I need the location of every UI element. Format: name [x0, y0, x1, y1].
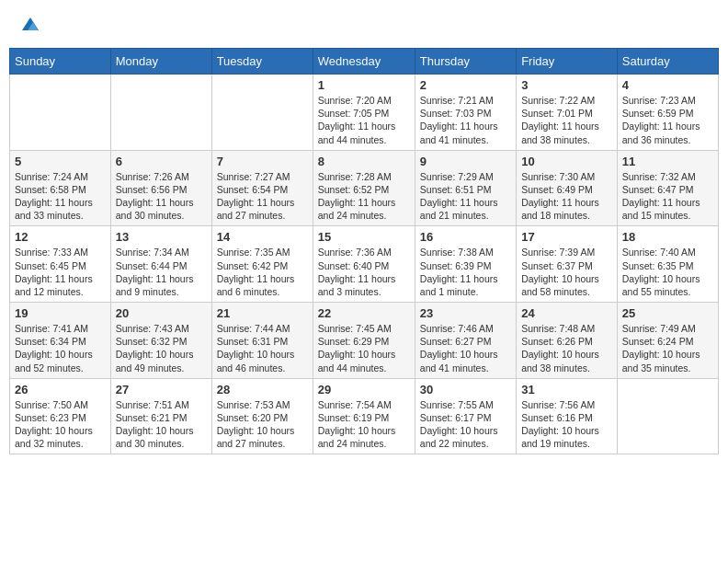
- calendar-cell: 28Sunrise: 7:53 AM Sunset: 6:20 PM Dayli…: [211, 378, 313, 454]
- calendar-cell: 20Sunrise: 7:43 AM Sunset: 6:32 PM Dayli…: [110, 303, 211, 379]
- calendar-cell: 1Sunrise: 7:20 AM Sunset: 7:05 PM Daylig…: [313, 75, 415, 151]
- day-number: 13: [116, 230, 207, 244]
- calendar-cell: 18Sunrise: 7:40 AM Sunset: 6:35 PM Dayli…: [617, 226, 718, 303]
- day-number: 3: [521, 78, 612, 92]
- day-number: 31: [521, 383, 612, 396]
- calendar-cell: 17Sunrise: 7:39 AM Sunset: 6:37 PM Dayli…: [517, 226, 618, 303]
- calendar-cell: 27Sunrise: 7:51 AM Sunset: 6:21 PM Dayli…: [110, 378, 211, 454]
- day-info: Sunrise: 7:21 AM Sunset: 7:03 PM Dayligh…: [420, 94, 511, 146]
- calendar-cell: 11Sunrise: 7:32 AM Sunset: 6:47 PM Dayli…: [617, 150, 718, 226]
- day-info: Sunrise: 7:26 AM Sunset: 6:56 PM Dayligh…: [116, 170, 207, 223]
- day-info: Sunrise: 7:32 AM Sunset: 6:47 PM Dayligh…: [622, 170, 713, 223]
- day-number: 28: [217, 383, 308, 396]
- calendar-cell: 2Sunrise: 7:21 AM Sunset: 7:03 PM Daylig…: [415, 75, 516, 151]
- day-number: 7: [217, 155, 308, 168]
- day-number: 1: [318, 78, 410, 92]
- day-number: 30: [420, 383, 511, 396]
- day-info: Sunrise: 7:41 AM Sunset: 6:34 PM Dayligh…: [15, 322, 106, 374]
- day-number: 16: [420, 230, 511, 244]
- day-number: 15: [318, 230, 410, 244]
- calendar-cell: 26Sunrise: 7:50 AM Sunset: 6:23 PM Dayli…: [10, 378, 111, 454]
- day-info: Sunrise: 7:50 AM Sunset: 6:23 PM Dayligh…: [15, 398, 106, 451]
- day-number: 8: [318, 155, 410, 168]
- calendar-cell: 15Sunrise: 7:36 AM Sunset: 6:40 PM Dayli…: [313, 226, 415, 303]
- day-info: Sunrise: 7:39 AM Sunset: 6:37 PM Dayligh…: [521, 246, 612, 298]
- day-header-saturday: Saturday: [617, 49, 718, 75]
- day-number: 27: [116, 383, 207, 396]
- calendar-cell: 13Sunrise: 7:34 AM Sunset: 6:44 PM Dayli…: [110, 226, 211, 303]
- day-info: Sunrise: 7:22 AM Sunset: 7:01 PM Dayligh…: [521, 94, 612, 146]
- day-info: Sunrise: 7:54 AM Sunset: 6:19 PM Dayligh…: [318, 398, 410, 451]
- week-row-4: 19Sunrise: 7:41 AM Sunset: 6:34 PM Dayli…: [10, 303, 719, 379]
- day-number: 23: [420, 306, 511, 320]
- days-header-row: SundayMondayTuesdayWednesdayThursdayFrid…: [10, 49, 719, 75]
- day-number: 26: [15, 383, 106, 396]
- calendar-cell: 25Sunrise: 7:49 AM Sunset: 6:24 PM Dayli…: [617, 303, 718, 379]
- logo: [18, 14, 40, 34]
- calendar-cell: 24Sunrise: 7:48 AM Sunset: 6:26 PM Dayli…: [517, 303, 618, 379]
- day-info: Sunrise: 7:24 AM Sunset: 6:58 PM Dayligh…: [15, 170, 106, 223]
- week-row-2: 5Sunrise: 7:24 AM Sunset: 6:58 PM Daylig…: [10, 150, 719, 226]
- day-number: 4: [622, 78, 713, 92]
- calendar-cell: 8Sunrise: 7:28 AM Sunset: 6:52 PM Daylig…: [313, 150, 415, 226]
- calendar-cell: 31Sunrise: 7:56 AM Sunset: 6:16 PM Dayli…: [517, 378, 618, 454]
- calendar-cell: 22Sunrise: 7:45 AM Sunset: 6:29 PM Dayli…: [313, 303, 415, 379]
- day-info: Sunrise: 7:33 AM Sunset: 6:45 PM Dayligh…: [15, 246, 106, 298]
- calendar-cell: 5Sunrise: 7:24 AM Sunset: 6:58 PM Daylig…: [10, 150, 111, 226]
- calendar-cell: 7Sunrise: 7:27 AM Sunset: 6:54 PM Daylig…: [211, 150, 313, 226]
- calendar-cell: 16Sunrise: 7:38 AM Sunset: 6:39 PM Dayli…: [415, 226, 516, 303]
- calendar-cell: 3Sunrise: 7:22 AM Sunset: 7:01 PM Daylig…: [517, 75, 618, 151]
- day-info: Sunrise: 7:44 AM Sunset: 6:31 PM Dayligh…: [217, 322, 308, 374]
- calendar-cell: 12Sunrise: 7:33 AM Sunset: 6:45 PM Dayli…: [10, 226, 111, 303]
- day-info: Sunrise: 7:38 AM Sunset: 6:39 PM Dayligh…: [420, 246, 511, 298]
- day-info: Sunrise: 7:29 AM Sunset: 6:51 PM Dayligh…: [420, 170, 511, 223]
- day-header-monday: Monday: [110, 49, 211, 75]
- calendar-cell: [211, 75, 313, 151]
- day-header-tuesday: Tuesday: [211, 49, 313, 75]
- day-info: Sunrise: 7:45 AM Sunset: 6:29 PM Dayligh…: [318, 322, 410, 374]
- day-info: Sunrise: 7:48 AM Sunset: 6:26 PM Dayligh…: [521, 322, 612, 374]
- day-number: 10: [521, 155, 612, 168]
- day-header-thursday: Thursday: [415, 49, 516, 75]
- day-number: 17: [521, 230, 612, 244]
- calendar-cell: [10, 75, 111, 151]
- logo-icon: [20, 14, 40, 34]
- day-info: Sunrise: 7:34 AM Sunset: 6:44 PM Dayligh…: [116, 246, 207, 298]
- calendar-cell: 19Sunrise: 7:41 AM Sunset: 6:34 PM Dayli…: [10, 303, 111, 379]
- calendar-cell: [110, 75, 211, 151]
- day-number: 2: [420, 78, 511, 92]
- calendar-cell: 9Sunrise: 7:29 AM Sunset: 6:51 PM Daylig…: [415, 150, 516, 226]
- day-info: Sunrise: 7:36 AM Sunset: 6:40 PM Dayligh…: [318, 246, 410, 298]
- day-number: 11: [622, 155, 713, 168]
- calendar-cell: 6Sunrise: 7:26 AM Sunset: 6:56 PM Daylig…: [110, 150, 211, 226]
- calendar-cell: 23Sunrise: 7:46 AM Sunset: 6:27 PM Dayli…: [415, 303, 516, 379]
- day-number: 22: [318, 306, 410, 320]
- day-info: Sunrise: 7:55 AM Sunset: 6:17 PM Dayligh…: [420, 398, 511, 451]
- calendar-table: SundayMondayTuesdayWednesdayThursdayFrid…: [9, 48, 719, 454]
- day-number: 19: [15, 306, 106, 320]
- day-info: Sunrise: 7:20 AM Sunset: 7:05 PM Dayligh…: [318, 94, 410, 146]
- day-number: 21: [217, 306, 308, 320]
- week-row-5: 26Sunrise: 7:50 AM Sunset: 6:23 PM Dayli…: [10, 378, 719, 454]
- calendar-cell: 4Sunrise: 7:23 AM Sunset: 6:59 PM Daylig…: [617, 75, 718, 151]
- day-info: Sunrise: 7:30 AM Sunset: 6:49 PM Dayligh…: [521, 170, 612, 223]
- day-number: 9: [420, 155, 511, 168]
- day-info: Sunrise: 7:40 AM Sunset: 6:35 PM Dayligh…: [622, 246, 713, 298]
- calendar-cell: 10Sunrise: 7:30 AM Sunset: 6:49 PM Dayli…: [517, 150, 618, 226]
- day-info: Sunrise: 7:27 AM Sunset: 6:54 PM Dayligh…: [217, 170, 308, 223]
- day-info: Sunrise: 7:56 AM Sunset: 6:16 PM Dayligh…: [521, 398, 612, 451]
- day-info: Sunrise: 7:28 AM Sunset: 6:52 PM Dayligh…: [318, 170, 410, 223]
- calendar-cell: 14Sunrise: 7:35 AM Sunset: 6:42 PM Dayli…: [211, 226, 313, 303]
- day-info: Sunrise: 7:49 AM Sunset: 6:24 PM Dayligh…: [622, 322, 713, 374]
- day-number: 18: [622, 230, 713, 244]
- calendar-cell: 30Sunrise: 7:55 AM Sunset: 6:17 PM Dayli…: [415, 378, 516, 454]
- day-header-sunday: Sunday: [10, 49, 111, 75]
- day-info: Sunrise: 7:51 AM Sunset: 6:21 PM Dayligh…: [116, 398, 207, 451]
- day-number: 25: [622, 306, 713, 320]
- calendar-cell: 21Sunrise: 7:44 AM Sunset: 6:31 PM Dayli…: [211, 303, 313, 379]
- week-row-1: 1Sunrise: 7:20 AM Sunset: 7:05 PM Daylig…: [10, 75, 719, 151]
- page-header: [9, 9, 719, 39]
- day-number: 29: [318, 383, 410, 396]
- day-number: 20: [116, 306, 207, 320]
- day-info: Sunrise: 7:53 AM Sunset: 6:20 PM Dayligh…: [217, 398, 308, 451]
